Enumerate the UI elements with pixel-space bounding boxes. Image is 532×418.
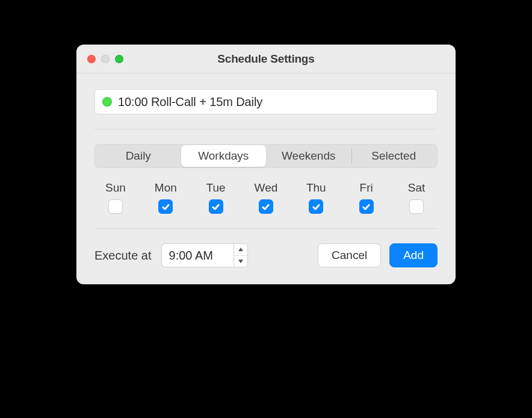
checkmark-icon — [161, 202, 170, 211]
minimize-window-icon — [101, 55, 110, 63]
time-step-up-button[interactable] — [234, 244, 247, 255]
day-checkbox-wed[interactable] — [259, 199, 273, 214]
window-title: Schedule Settings — [86, 52, 446, 66]
segment-selected-label: Selected — [371, 149, 416, 163]
segment-weekends[interactable]: Weekends — [266, 145, 351, 167]
day-col-thu: Thu — [298, 181, 333, 214]
day-checkbox-fri[interactable] — [359, 199, 374, 214]
traffic-lights — [87, 55, 123, 63]
time-stepper — [234, 243, 248, 267]
time-step-down-button[interactable] — [234, 255, 247, 267]
day-label: Mon — [155, 181, 177, 195]
zoom-window-icon[interactable] — [115, 55, 123, 63]
day-col-fri: Fri — [349, 181, 384, 214]
footer-row: Execute at 9:00 AM Cancel — [94, 243, 438, 267]
checkmark-icon — [362, 202, 371, 211]
cancel-button-label: Cancel — [332, 249, 367, 261]
status-dot-icon — [102, 97, 112, 107]
day-col-tue: Tue — [199, 181, 234, 214]
day-label: Wed — [255, 181, 278, 195]
schedule-settings-window: Schedule Settings 10:00 Roll-Call + 15m … — [76, 45, 456, 284]
day-checkbox-sat[interactable] — [409, 199, 424, 214]
segment-daily[interactable]: Daily — [96, 145, 181, 167]
day-label: Sun — [105, 181, 126, 195]
svg-marker-0 — [238, 248, 243, 251]
divider — [94, 129, 438, 129]
day-checkbox-tue[interactable] — [209, 199, 223, 214]
day-label: Sat — [408, 181, 425, 195]
day-checkbox-mon[interactable] — [158, 199, 173, 214]
execute-at-label: Execute at — [94, 249, 152, 263]
svg-marker-1 — [238, 260, 243, 263]
execute-time-value: 9:00 AM — [169, 249, 213, 263]
segment-workdays[interactable]: Workdays — [181, 145, 267, 167]
day-checkbox-thu[interactable] — [309, 199, 323, 214]
day-checkbox-sun[interactable] — [108, 199, 123, 214]
checkmark-icon — [211, 202, 220, 211]
schedule-name-field[interactable]: 10:00 Roll-Call + 15m Daily — [94, 89, 438, 114]
day-col-sat: Sat — [399, 181, 434, 214]
segment-workdays-label: Workdays — [198, 149, 249, 163]
segment-daily-label: Daily — [126, 149, 151, 163]
segment-selected[interactable]: Selected — [351, 145, 437, 167]
checkmark-icon — [261, 202, 270, 211]
content-area: 10:00 Roll-Call + 15m Daily Daily Workda… — [76, 73, 456, 284]
day-label: Tue — [206, 181, 226, 195]
frequency-segmented-control: Daily Workdays Weekends Selected — [94, 144, 438, 168]
cancel-button[interactable]: Cancel — [318, 243, 381, 267]
schedule-name-text: 10:00 Roll-Call + 15m Daily — [118, 95, 262, 109]
divider — [94, 228, 438, 229]
days-row: Sun Mon Tue Wed — [94, 181, 438, 214]
day-col-mon: Mon — [148, 181, 183, 214]
execute-time-input[interactable]: 9:00 AM — [161, 243, 234, 267]
day-label: Fri — [360, 181, 373, 195]
chevron-up-icon — [238, 247, 244, 252]
add-button-label: Add — [403, 249, 424, 261]
day-label: Thu — [306, 181, 326, 195]
day-col-wed: Wed — [249, 181, 283, 214]
chevron-down-icon — [238, 259, 244, 264]
segment-weekends-label: Weekends — [282, 149, 335, 163]
add-button[interactable]: Add — [389, 243, 438, 267]
checkmark-icon — [312, 202, 321, 211]
execute-time-field: 9:00 AM — [161, 243, 248, 267]
titlebar: Schedule Settings — [76, 45, 456, 73]
close-window-icon[interactable] — [87, 55, 96, 63]
day-col-sun: Sun — [98, 181, 133, 214]
